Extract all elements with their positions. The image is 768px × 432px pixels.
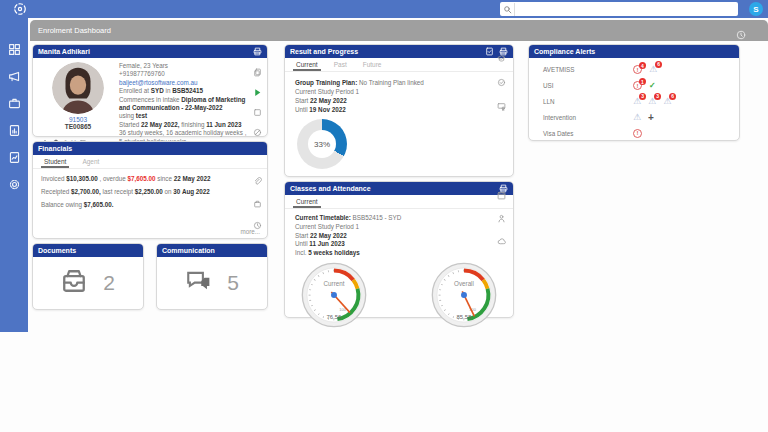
award-card-icon[interactable] — [497, 97, 506, 115]
communication-count: 5 — [227, 271, 239, 295]
dashboard-icon[interactable] — [8, 42, 21, 55]
global-search[interactable] — [500, 2, 738, 16]
user-avatar[interactable]: S — [749, 2, 763, 16]
student-sex-age: Female, 23 Years — [119, 62, 251, 70]
graduation-cap-icon[interactable] — [497, 49, 506, 67]
timetable-calendar-icon[interactable] — [497, 186, 506, 204]
documents-card[interactable]: Documents 2 — [32, 243, 144, 310]
student-id-link[interactable]: 91503 — [37, 116, 119, 123]
compliance-row-lln: LLN ⚠3 ⚠3 ⚠6 — [529, 94, 739, 110]
add-intervention-icon[interactable]: + — [648, 113, 654, 122]
compliance-alerts-title: Compliance Alerts — [534, 48, 595, 55]
copy-document-icon[interactable] — [253, 63, 262, 81]
search-icon — [500, 3, 515, 16]
check-icon[interactable]: ✓ — [649, 81, 656, 90]
megaphone-icon[interactable] — [8, 69, 21, 82]
student-dates-line: Started 22 May 2022, finishing 11 Jun 20… — [119, 121, 251, 129]
financials-card: Financials Student Agent Invoiced $10,30… — [32, 141, 268, 239]
warning-triangle-icon[interactable]: ⚠6 — [663, 97, 671, 106]
alert-badge: 6 — [655, 61, 662, 68]
attendance-gauge-overall: Overall 100 85.58 — [431, 262, 497, 328]
invoiced-line: Invoiced $10,305.00 , overdue $7,605.00 … — [41, 175, 245, 182]
person-icon[interactable] — [497, 209, 506, 227]
certificate-icon[interactable] — [485, 47, 494, 57]
sidebar — [0, 18, 28, 332]
start-line: Start 22 May 2022 — [295, 232, 503, 241]
tab-agent[interactable]: Agent — [75, 156, 106, 168]
student-enrolment-line: Enrolled at SYD in BSB52415 — [119, 87, 251, 95]
student-code: TE00865 — [37, 123, 119, 130]
checkbox-icon[interactable] — [253, 103, 262, 121]
warning-triangle-icon[interactable]: ⚠3 — [648, 97, 656, 106]
compliance-row-usi: USI !1 ✓ — [529, 78, 739, 94]
enrolment-dashboard-page: S Enrolment Dashboard Manita Adhikari — [0, 0, 768, 432]
report-chart-icon[interactable] — [8, 150, 21, 163]
warning-triangle-icon[interactable]: ⚠ — [633, 113, 641, 122]
compliance-row-visa-dates: Visa Dates ! — [529, 125, 739, 141]
tab-future[interactable]: Future — [356, 59, 389, 71]
student-email-link[interactable]: baljeet@rtosoftware.com.au — [119, 79, 251, 87]
until-line: Until 19 Nov 2022 — [295, 105, 503, 114]
search-input[interactable] — [515, 6, 738, 13]
result-progress-title: Result and Progress — [290, 48, 358, 55]
app-logo-icon[interactable] — [13, 2, 27, 16]
alert-badge: 4 — [639, 62, 646, 69]
tab-student[interactable]: Student — [37, 156, 73, 168]
tab-current-timetable[interactable]: Current — [289, 196, 325, 208]
classes-attendance-card: Classes and Attendance Current Current T… — [284, 181, 514, 318]
tab-past[interactable]: Past — [327, 59, 354, 71]
until-line: Until 11 Jun 2023 — [295, 240, 503, 249]
student-card-title: Manita Adhikari — [38, 48, 90, 55]
circle-check-icon[interactable] — [497, 73, 506, 91]
bag-icon[interactable] — [253, 194, 262, 212]
alert-badge: 6 — [669, 93, 676, 100]
student-intake-line: Commences in intake Diploma of Marketing… — [119, 96, 251, 113]
tab-current[interactable]: Current — [289, 59, 325, 71]
page-header: Enrolment Dashboard — [30, 20, 768, 41]
alert-circle-icon[interactable]: !1 — [633, 81, 642, 90]
balance-line: Balance owing $7,605.00. — [41, 201, 245, 208]
paperclip-icon[interactable] — [253, 172, 262, 190]
student-phone: +919877769760 — [119, 70, 251, 78]
briefcase-icon[interactable] — [8, 96, 21, 109]
cloud-icon[interactable] — [497, 232, 506, 250]
svg-text:Current: Current — [324, 280, 345, 287]
svg-text:Overall: Overall — [454, 280, 474, 287]
warning-triangle-icon[interactable]: ⚠3 — [633, 97, 641, 106]
study-period-line: Current Study Period 1 — [295, 223, 503, 232]
documents-title: Documents — [38, 247, 76, 254]
alert-badge: 1 — [639, 78, 646, 85]
student-using-line: using test — [119, 112, 251, 120]
history-clock-icon[interactable] — [736, 26, 746, 36]
warning-triangle-icon[interactable]: ⚠6 — [649, 65, 657, 74]
no-entry-icon[interactable] — [253, 123, 262, 141]
group-training-plan-line: Group Training Plan: No Training Plan li… — [295, 78, 503, 87]
alert-badge: 3 — [639, 93, 646, 100]
financials-title: Financials — [38, 145, 72, 152]
chat-bubbles-icon — [185, 268, 211, 298]
alert-circle-icon[interactable]: ! — [633, 129, 642, 138]
archive-tray-icon — [61, 268, 87, 298]
settings-gear-icon[interactable] — [8, 177, 21, 190]
timetable-line: Current Timetable: BSB52415 - SYD — [295, 214, 503, 223]
holidays-line: Incl. 5 weeks holidays — [295, 249, 503, 258]
communication-card[interactable]: Communication 5 — [156, 243, 268, 310]
financials-more-link[interactable]: more... — [240, 228, 260, 235]
study-period-line: Current Study Period 1 — [295, 87, 503, 96]
topbar: S — [0, 0, 768, 18]
compliance-row-avetmiss: AVETMISS !4 ⚠6 — [529, 62, 739, 78]
progress-donut: 33% — [297, 119, 347, 169]
compliance-alerts-card: Compliance Alerts AVETMISS !4 ⚠6 USI !1 … — [528, 44, 740, 141]
student-photo — [52, 62, 104, 114]
result-progress-card: Result and Progress Current Past Future … — [284, 44, 514, 177]
start-play-icon[interactable] — [253, 83, 262, 101]
page-title: Enrolment Dashboard — [38, 26, 111, 35]
alert-circle-icon[interactable]: !4 — [633, 65, 642, 74]
svg-text:85.58: 85.58 — [457, 314, 473, 320]
attendance-gauge-current: Current 100 76.56 — [301, 262, 367, 328]
alert-badge: 3 — [654, 93, 661, 100]
receipted-line: Receipted $2,700.00, last receipt $2,250… — [41, 188, 245, 195]
print-icon[interactable] — [253, 47, 262, 56]
communication-title: Communication — [162, 247, 215, 254]
report-bars-icon[interactable] — [8, 123, 21, 136]
